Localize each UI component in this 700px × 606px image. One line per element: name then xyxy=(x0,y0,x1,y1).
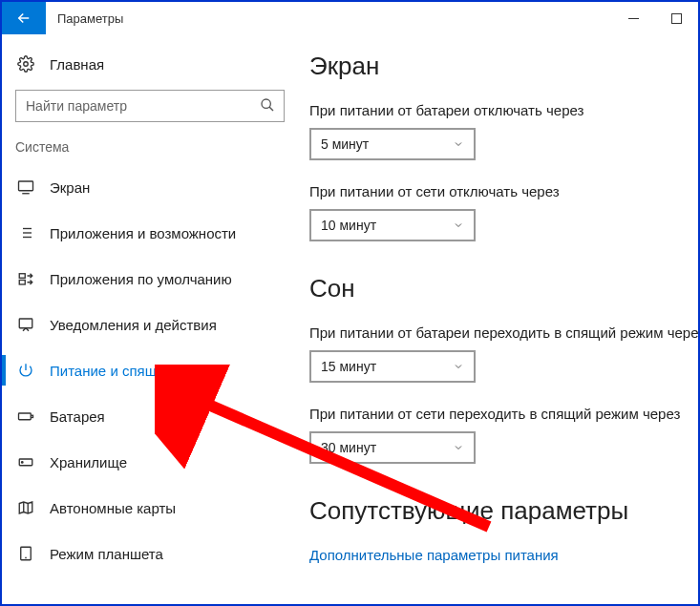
sidebar-item-display[interactable]: Экран xyxy=(2,164,298,210)
select-value: 10 минут xyxy=(321,218,376,233)
svg-rect-0 xyxy=(628,18,639,19)
svg-point-3 xyxy=(262,99,270,108)
map-icon xyxy=(15,499,36,516)
select-battery-screen-off[interactable]: 5 минут xyxy=(309,128,476,160)
power-icon xyxy=(15,362,36,379)
sidebar-item-label: Хранилище xyxy=(50,454,127,470)
sidebar-item-notifications[interactable]: Уведомления и действия xyxy=(2,302,298,347)
section-heading-screen: Экран xyxy=(309,52,698,81)
sidebar-item-storage[interactable]: Хранилище xyxy=(2,439,298,485)
sidebar-item-label: Экран xyxy=(50,179,90,196)
monitor-icon xyxy=(15,178,36,196)
chevron-down-icon xyxy=(453,219,464,231)
search-container xyxy=(15,90,285,122)
sidebar-item-label: Уведомления и действия xyxy=(50,317,217,333)
label-plugged-sleep: При питании от сети переходить в спящий … xyxy=(309,406,698,422)
sidebar-item-label: Приложения и возможности xyxy=(50,225,236,241)
label-battery-screen-off: При питании от батареи отключать через xyxy=(309,102,698,118)
svg-rect-17 xyxy=(32,415,33,417)
window-controls xyxy=(612,2,698,34)
list-icon xyxy=(15,224,36,241)
svg-point-2 xyxy=(24,62,29,67)
category-label: Система xyxy=(2,139,298,164)
section-heading-sleep: Сон xyxy=(309,274,698,303)
label-battery-sleep: При питании от батареи переходить в спящ… xyxy=(309,324,698,341)
minimize-button[interactable] xyxy=(612,2,655,34)
maximize-icon xyxy=(671,13,682,24)
svg-point-19 xyxy=(22,462,24,464)
link-additional-power-settings[interactable]: Дополнительные параметры питания xyxy=(309,547,698,563)
back-button[interactable] xyxy=(2,2,46,34)
sidebar: Главная Система Экран Приложения и возмо… xyxy=(2,34,298,604)
sidebar-item-offline-maps[interactable]: Автономные карты xyxy=(2,485,298,531)
home-label: Главная xyxy=(50,56,104,73)
tablet-icon xyxy=(15,545,36,562)
battery-icon xyxy=(15,407,36,425)
search-input[interactable] xyxy=(15,90,285,122)
search-icon xyxy=(260,97,275,113)
maximize-button[interactable] xyxy=(655,2,698,34)
chevron-down-icon xyxy=(453,442,464,453)
sidebar-item-battery[interactable]: Батарея xyxy=(2,393,298,439)
select-value: 5 минут xyxy=(321,136,369,152)
svg-rect-13 xyxy=(19,274,25,279)
gear-icon xyxy=(15,55,36,73)
sidebar-item-label: Режим планшета xyxy=(50,546,163,562)
chevron-down-icon xyxy=(453,138,464,150)
sidebar-item-apps[interactable]: Приложения и возможности xyxy=(2,210,298,256)
arrow-left-icon xyxy=(15,10,32,27)
sidebar-item-power-sleep[interactable]: Питание и спящий режим xyxy=(2,347,298,393)
storage-icon xyxy=(15,453,36,470)
select-value: 30 минут xyxy=(321,440,376,455)
notification-icon xyxy=(15,316,36,333)
svg-rect-5 xyxy=(19,181,33,191)
sidebar-item-default-apps[interactable]: Приложения по умолчанию xyxy=(2,256,298,302)
svg-line-4 xyxy=(269,107,273,111)
sidebar-item-tablet-mode[interactable]: Режим планшета xyxy=(2,531,298,576)
home-link[interactable]: Главная xyxy=(2,48,298,86)
titlebar: Параметры xyxy=(2,2,698,34)
svg-rect-1 xyxy=(672,13,682,23)
defaults-icon xyxy=(15,270,36,287)
svg-rect-14 xyxy=(19,281,25,285)
chevron-down-icon xyxy=(453,361,464,372)
select-plugged-sleep[interactable]: 30 минут xyxy=(309,431,476,464)
section-heading-related: Сопутствующие параметры xyxy=(309,496,698,526)
main-panel: Экран При питании от батареи отключать ч… xyxy=(298,34,698,604)
svg-marker-20 xyxy=(19,502,32,513)
svg-rect-16 xyxy=(19,413,32,420)
sidebar-item-label: Приложения по умолчанию xyxy=(50,271,232,287)
sidebar-item-label: Питание и спящий режим xyxy=(50,363,220,379)
select-value: 15 минут xyxy=(321,359,376,374)
window-title: Параметры xyxy=(46,2,612,34)
label-plugged-screen-off: При питании от сети отключать через xyxy=(309,183,698,199)
select-battery-sleep[interactable]: 15 минут xyxy=(309,350,476,383)
svg-rect-15 xyxy=(19,319,32,328)
sidebar-item-label: Батарея xyxy=(50,408,105,425)
minimize-icon xyxy=(628,13,639,24)
sidebar-item-label: Автономные карты xyxy=(50,500,176,516)
select-plugged-screen-off[interactable]: 10 минут xyxy=(309,209,476,241)
